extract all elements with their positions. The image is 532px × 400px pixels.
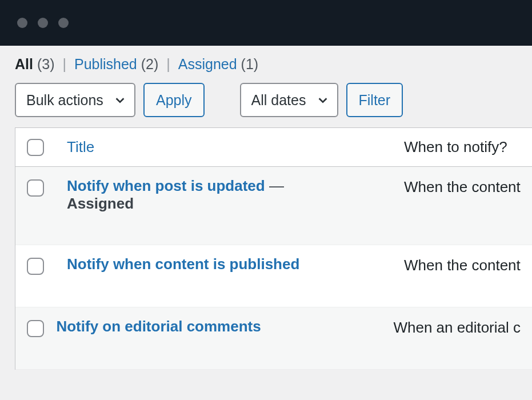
table-header-row: Title When to notify? (15, 128, 532, 167)
status-separator: — (269, 177, 284, 194)
traffic-light-close[interactable] (17, 18, 27, 28)
filter-all-label: All (15, 56, 33, 72)
row-title-link[interactable]: Notify on editorial comments (56, 318, 261, 335)
column-when-label: When to notify? (404, 138, 521, 156)
bulk-actions-wrap: Bulk actions (15, 83, 135, 117)
row-checkbox[interactable] (27, 320, 44, 337)
separator: | (164, 56, 173, 73)
window-titlebar (0, 0, 532, 46)
filter-button[interactable]: Filter (346, 83, 403, 117)
column-title-sort[interactable]: Title (67, 138, 94, 155)
filter-all[interactable]: All (3) (15, 56, 54, 73)
filter-published-count: (2) (141, 56, 159, 72)
apply-button[interactable]: Apply (143, 83, 205, 117)
row-title-link[interactable]: Notify when post is updated (67, 177, 265, 194)
row-checkbox[interactable] (27, 179, 44, 197)
select-all-checkbox[interactable] (27, 139, 44, 156)
admin-content: All (3) | Published (2) | Assigned (1) B… (0, 46, 532, 370)
status-filter-links: All (3) | Published (2) | Assigned (1) (0, 56, 532, 83)
row-when-text: When the content (404, 177, 521, 196)
date-filter-select[interactable]: All dates (240, 83, 338, 117)
filter-assigned[interactable]: Assigned (1) (178, 56, 258, 73)
posts-table: Title When to notify? Notify when post i… (15, 127, 532, 370)
row-checkbox[interactable] (27, 258, 44, 275)
filter-published[interactable]: Published (2) (74, 56, 158, 73)
date-filter-wrap: All dates (240, 83, 338, 117)
separator: | (60, 56, 69, 73)
table-row: Notify on editorial comments When an edi… (15, 307, 532, 370)
traffic-light-minimize[interactable] (38, 18, 48, 28)
row-title-link[interactable]: Notify when content is published (67, 255, 299, 273)
table-row: Notify when post is updated — Assigned W… (15, 167, 532, 245)
row-status: Assigned (67, 195, 134, 212)
tablenav-top: Bulk actions Apply All dates Filter (0, 83, 532, 127)
filter-all-count: (3) (37, 56, 55, 72)
bulk-actions-select[interactable]: Bulk actions (15, 83, 135, 117)
filter-assigned-label: Assigned (178, 56, 237, 72)
row-when-text: When the content (404, 255, 521, 274)
filter-published-label: Published (74, 56, 137, 72)
filter-assigned-count: (1) (241, 56, 259, 72)
traffic-light-zoom[interactable] (58, 18, 69, 28)
table-row: Notify when content is published When th… (15, 245, 532, 307)
row-when-text: When an editorial c (393, 318, 521, 337)
